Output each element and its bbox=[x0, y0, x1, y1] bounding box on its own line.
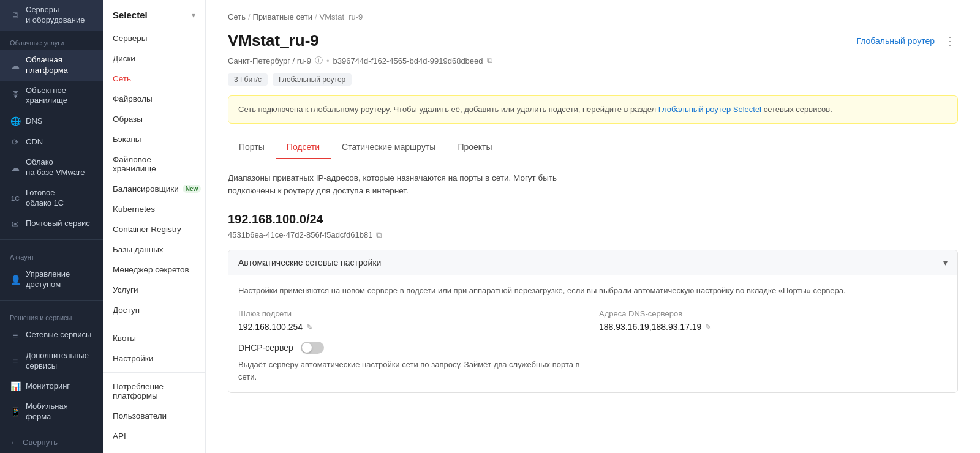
sidebar-item-1c[interactable]: 1С Готовоеоблако 1С bbox=[0, 183, 103, 214]
alert-link[interactable]: Глобальный роутер Selectel bbox=[658, 105, 761, 114]
sidebar-item-mobile-farm[interactable]: 📱 Мобильная ферма bbox=[0, 397, 103, 427]
breadcrumb-private-networks[interactable]: Приватные сети bbox=[253, 12, 312, 21]
dns-label: Адреса DNS-серверов bbox=[599, 309, 948, 318]
collapse-arrow-icon: ← bbox=[10, 438, 18, 447]
tab-projects[interactable]: Проекты bbox=[447, 136, 503, 159]
breadcrumb-current: VMstat_ru-9 bbox=[320, 12, 363, 21]
mid-item-balancers[interactable]: Балансировщики New bbox=[103, 179, 205, 199]
subnet-description: Диапазоны приватных IP-адресов, которые … bbox=[228, 171, 595, 198]
sidebar-item-servers-hw[interactable]: 🖥 Серверы и оборудование bbox=[0, 0, 103, 31]
sidebar-item-vmware[interactable]: ☁ Облакона базе VMware bbox=[0, 152, 103, 183]
mid-item-firewalls[interactable]: Файрволы bbox=[103, 89, 205, 109]
sidebar-item-cdn[interactable]: ⟳ CDN bbox=[0, 132, 103, 152]
tab-ports[interactable]: Порты bbox=[228, 136, 276, 159]
mid-sidebar: Selectel ▾ Серверы Диски Сеть Файрволы О… bbox=[103, 0, 206, 453]
gateway-col: Шлюз подсети 192.168.100.254 ✎ bbox=[238, 309, 587, 332]
chevron-down-icon: ▾ bbox=[943, 258, 948, 268]
subnet-cidr: 192.168.100.0/24 bbox=[228, 212, 958, 226]
alert-box: Сеть подключена к глобальному роутеру. Ч… bbox=[228, 95, 958, 124]
copy-uuid-icon[interactable]: ⧉ bbox=[487, 56, 492, 66]
mid-item-quotas[interactable]: Квоты bbox=[103, 328, 205, 348]
global-router-link[interactable]: Глобальный роутер bbox=[856, 36, 935, 46]
mid-item-databases[interactable]: Базы данных bbox=[103, 239, 205, 260]
auto-settings-title: Автоматические сетевые настройки bbox=[238, 258, 381, 268]
mid-item-images[interactable]: Образы bbox=[103, 109, 205, 129]
vmware-icon: ☁ bbox=[10, 162, 21, 173]
mid-item-container-registry[interactable]: Container Registry bbox=[103, 219, 205, 239]
mid-item-file-storage[interactable]: Файловое хранилище bbox=[103, 149, 205, 179]
toggle-knob bbox=[302, 343, 312, 353]
tag-speed: 3 Гбит/с bbox=[228, 73, 268, 86]
mid-item-backups[interactable]: Бэкапы bbox=[103, 129, 205, 149]
settings-grid: Шлюз подсети 192.168.100.254 ✎ Адреса DN… bbox=[238, 309, 948, 332]
cloud-icon: ☁ bbox=[10, 60, 21, 71]
mid-item-network[interactable]: Сеть bbox=[103, 69, 205, 89]
mid-item-kubernetes[interactable]: Kubernetes bbox=[103, 199, 205, 219]
selectel-brand: Selectel bbox=[113, 10, 148, 20]
selectel-header[interactable]: Selectel ▾ bbox=[103, 0, 205, 28]
tabs: Порты Подсети Статические маршруты Проек… bbox=[228, 136, 958, 159]
chevron-down-icon: ▾ bbox=[192, 11, 195, 20]
network-icon: ≡ bbox=[10, 330, 21, 341]
tag-global-router: Глобальный роутер bbox=[273, 73, 352, 86]
dns-value: 188.93.16.19,188.93.17.19 bbox=[599, 322, 701, 332]
dhcp-toggle[interactable] bbox=[301, 342, 324, 354]
auto-settings-desc: Настройки применяются на новом сервере в… bbox=[238, 285, 948, 298]
mid-item-api[interactable]: API bbox=[103, 426, 205, 446]
extra-icon: ≡ bbox=[10, 356, 21, 367]
dhcp-row: DHCP-сервер bbox=[238, 342, 948, 354]
access-icon: 👤 bbox=[10, 274, 21, 285]
mobile-icon: 📱 bbox=[10, 406, 21, 417]
info-icon[interactable]: ⓘ bbox=[315, 55, 323, 66]
breadcrumb-network[interactable]: Сеть bbox=[228, 12, 246, 21]
sidebar-item-object-storage[interactable]: 🗄 Объектноехранилище bbox=[0, 81, 103, 111]
storage-icon: 🗄 bbox=[10, 90, 21, 101]
sidebar-item-mail[interactable]: ✉ Почтовый сервис bbox=[0, 214, 103, 234]
mid-item-services[interactable]: Услуги bbox=[103, 280, 205, 300]
subnet-id-text: 4531b6ea-41ce-47d2-856f-f5adcfd61b81 bbox=[228, 230, 372, 239]
tab-static-routes[interactable]: Статические маршруты bbox=[331, 136, 447, 159]
dhcp-label: DHCP-сервер bbox=[238, 343, 293, 353]
dhcp-desc: Выдаёт серверу автоматические настройки … bbox=[238, 359, 581, 383]
dns-col: Адреса DNS-серверов 188.93.16.19,188.93.… bbox=[599, 309, 948, 332]
mid-item-access[interactable]: Доступ bbox=[103, 300, 205, 320]
breadcrumb: Сеть / Приватные сети / VMstat_ru-9 bbox=[228, 12, 958, 21]
mid-item-platform-usage[interactable]: Потреблениеплатформы bbox=[103, 376, 205, 406]
subnet-block: 192.168.100.0/24 4531b6ea-41ce-47d2-856f… bbox=[228, 212, 958, 394]
sidebar-item-monitoring[interactable]: 📊 Мониторинг bbox=[0, 376, 103, 397]
header-actions: Глобальный роутер ⋮ bbox=[856, 32, 958, 50]
copy-subnet-id-icon[interactable]: ⧉ bbox=[376, 230, 382, 240]
solutions-label: Решения и сервисы bbox=[0, 305, 103, 325]
auto-settings-header[interactable]: Автоматические сетевые настройки ▾ bbox=[228, 250, 957, 275]
edit-dns-icon[interactable]: ✎ bbox=[705, 323, 712, 332]
gateway-value-row: 192.168.100.254 ✎ bbox=[238, 322, 587, 332]
subnet-id-row: 4531b6ea-41ce-47d2-856f-f5adcfd61b81 ⧉ bbox=[228, 230, 958, 240]
mid-item-users[interactable]: Пользователи bbox=[103, 406, 205, 426]
mid-item-disks[interactable]: Диски bbox=[103, 48, 205, 69]
mid-item-servers[interactable]: Серверы bbox=[103, 28, 205, 48]
more-menu-icon[interactable]: ⋮ bbox=[942, 32, 958, 50]
tab-subnets[interactable]: Подсети bbox=[276, 136, 331, 159]
mid-item-settings[interactable]: Настройки bbox=[103, 348, 205, 369]
sidebar-item-dns[interactable]: 🌐 DNS bbox=[0, 111, 103, 132]
collapse-button[interactable]: ← Свернуть bbox=[0, 432, 103, 453]
sidebar-item-access[interactable]: 👤 Управлениедоступом bbox=[0, 264, 103, 295]
sidebar-item-network-services[interactable]: ≡ Сетевые сервисы bbox=[0, 325, 103, 346]
sidebar-item-extra-services[interactable]: ≡ Дополнительныесервисы bbox=[0, 346, 103, 376]
cloud-services-label: Облачные услуги bbox=[0, 31, 103, 50]
mid-item-secret-manager[interactable]: Менеджер секретов bbox=[103, 260, 205, 280]
edit-gateway-icon[interactable]: ✎ bbox=[306, 323, 313, 332]
cdn-icon: ⟳ bbox=[10, 137, 21, 148]
tags: 3 Гбит/с Глобальный роутер bbox=[228, 73, 958, 86]
auto-settings-body: Настройки применяются на новом сервере в… bbox=[228, 275, 957, 393]
left-sidebar: 🖥 Серверы и оборудование Облачные услуги… bbox=[0, 0, 103, 453]
1c-icon: 1С bbox=[10, 193, 21, 204]
servers-icon: 🖥 bbox=[10, 10, 21, 21]
auto-settings-panel: Автоматические сетевые настройки ▾ Настр… bbox=[228, 250, 958, 394]
gateway-label: Шлюз подсети bbox=[238, 309, 587, 318]
sidebar-item-cloud-platform[interactable]: ☁ Облачнаяплатформа bbox=[0, 50, 103, 81]
dns-icon: 🌐 bbox=[10, 116, 21, 127]
account-label: Аккаунт bbox=[0, 245, 103, 264]
dns-value-row: 188.93.16.19,188.93.17.19 ✎ bbox=[599, 322, 948, 332]
mail-icon: ✉ bbox=[10, 219, 21, 230]
